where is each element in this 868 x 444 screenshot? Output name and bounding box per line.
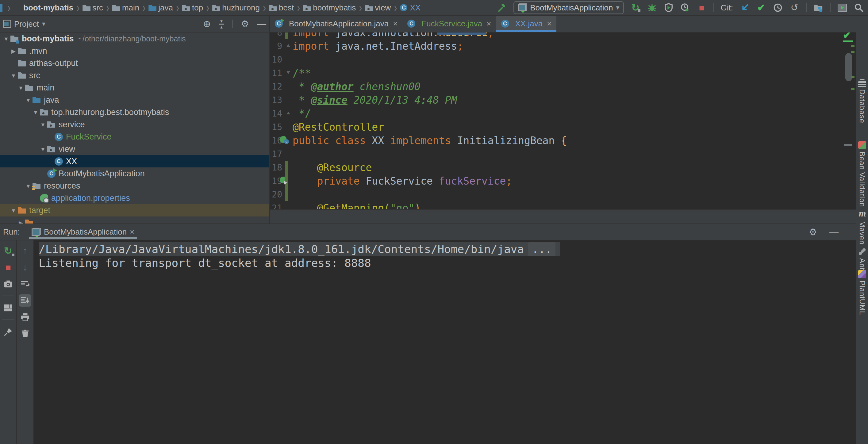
hide-panel-icon[interactable]: — [829,227,839,237]
clear-all-icon[interactable] [19,327,31,340]
debug-button[interactable] [647,3,657,12]
console-line[interactable]: /Library/Java/JavaVirtualMachines/jdk1.8… [39,242,560,256]
breadcrumb-item[interactable]: › top [173,2,203,13]
pin-icon[interactable] [2,326,14,338]
gutter[interactable] [282,174,291,188]
tree-expand-arrow[interactable] [2,35,10,43]
gutter[interactable] [282,201,291,209]
profiler-button[interactable] [680,3,690,12]
rerun-button[interactable]: ↻ [630,3,641,12]
prev-occurrence-icon[interactable]: ↑ [19,245,31,257]
git-rollback-button[interactable]: ↺ [789,3,799,12]
breadcrumb-item[interactable]: › java [139,2,173,13]
code-line[interactable]: 12 * @author chenshun00 [270,80,856,93]
breadcrumb-item[interactable]: › XX [391,2,421,13]
hide-panel-icon[interactable]: — [257,19,266,29]
code-line[interactable]: 17 [270,147,856,161]
tree-row[interactable]: application.properties [0,192,269,204]
code-line[interactable]: 9 import java.net.InetAddress; [270,39,856,53]
code-line[interactable]: 18 @Resource [270,161,856,174]
gutter[interactable] [282,66,291,80]
stop-button[interactable]: ■ [697,3,707,12]
run-configuration-select[interactable]: BootMybatisApplication ▾ [514,1,624,14]
stripe-change-mark[interactable] [851,45,855,47]
tree-expand-arrow[interactable] [31,108,40,116]
next-occurrence-icon[interactable]: ↓ [19,261,31,274]
console-fold[interactable]: ... [528,242,555,256]
dump-threads-icon[interactable] [2,278,14,290]
tree-row[interactable]: arthas-output [0,57,269,69]
stop-button[interactable]: ■ [2,261,14,274]
search-everywhere-icon[interactable] [854,3,864,12]
tree-row[interactable]: src [0,69,269,82]
code-line[interactable]: 13 * @since 2020/1/13 4:48 PM [270,93,856,107]
tree-row[interactable]: FuckService [0,131,269,143]
gutter[interactable] [282,188,291,201]
tool-window-button[interactable]: Database [858,79,866,123]
editor-tab[interactable]: BootMybatisApplication.java × [270,15,402,32]
gutter[interactable] [282,93,291,107]
gutter[interactable] [282,80,291,93]
tree-expand-arrow[interactable] [9,207,18,214]
code-line[interactable]: 11 /** [270,66,856,80]
code-line[interactable]: 15 @RestController [270,120,856,134]
gutter[interactable] [282,107,291,120]
tree-row[interactable]: top.huzhurong.best.bootmybatis [0,106,269,118]
breadcrumb-item[interactable]: › boot-mybatis [4,2,73,13]
stripe-change-mark[interactable] [851,76,855,78]
tree-row[interactable]: resources [0,180,269,192]
gutter[interactable] [282,120,291,134]
scroll-to-end-icon[interactable] [19,294,31,307]
tree-row[interactable] [0,217,269,224]
gutter[interactable] [282,32,291,39]
code-line[interactable]: 20 [270,188,856,201]
run-tab[interactable]: BootMybatisApplication × [29,224,137,240]
code-line[interactable]: 10 [270,53,856,66]
project-panel-title[interactable]: Project [14,19,39,29]
restore-layout-icon[interactable] [2,302,14,314]
tree-row[interactable]: BootMybatisApplication [0,167,269,180]
git-update-button[interactable] [740,3,750,12]
editor-tab[interactable]: FuckService.java × [402,15,496,32]
gutter[interactable] [282,147,291,161]
gutter[interactable] [282,134,291,147]
tree-expand-arrow[interactable] [17,219,25,224]
git-commit-button[interactable]: ✔ [756,3,766,12]
tree-row[interactable]: java [0,94,269,106]
code-line[interactable]: 16 public class XX implements Initializi… [270,134,856,147]
stripe-change-mark[interactable] [851,51,855,53]
collapse-all-icon[interactable]: ▾▴ [219,19,224,29]
code-line[interactable]: 19 private FuckService fuckService; [270,174,856,188]
close-icon[interactable]: × [487,19,491,29]
tree-expand-arrow[interactable] [24,96,32,104]
build-hammer-icon[interactable] [497,3,507,12]
code-line[interactable]: 21 @GetMapping("go") [270,201,856,209]
gear-icon[interactable]: ⚙ [809,227,817,237]
tree-expand-arrow[interactable] [24,182,32,190]
gutter[interactable] [282,39,291,53]
breadcrumb-item[interactable]: › main [103,2,139,13]
console-line[interactable]: Listening for transport dt_socket at add… [39,256,375,270]
tool-window-button[interactable]: Ant [858,248,866,270]
tree-row[interactable]: XX [0,155,269,167]
tree-expand-arrow[interactable] [9,47,18,55]
tree-expand-arrow[interactable] [17,84,25,92]
tree-row[interactable]: main [0,82,269,94]
tool-window-button[interactable]: PlantUML [858,270,866,315]
project-structure-icon[interactable] [813,3,823,12]
tree-row[interactable]: view [0,143,269,155]
close-icon[interactable]: × [130,227,134,237]
breadcrumb-item[interactable]: › huzhurong [203,2,260,13]
chevron-down-icon[interactable]: ▾ [42,20,45,28]
close-icon[interactable]: × [393,19,398,29]
print-icon[interactable] [19,311,31,323]
code-editor[interactable]: 8 import javax.annotation.Resource; 9 im… [270,32,856,209]
tree-row[interactable]: service [0,118,269,131]
gutter[interactable] [282,53,291,66]
soft-wrap-icon[interactable] [19,278,31,290]
tree-row[interactable]: boot-mybatis ~/other/dianzhang/boot-myba… [0,32,269,45]
gear-icon[interactable]: ⚙ [241,19,249,29]
editor-tab[interactable]: XX.java × [496,15,557,32]
tool-window-button[interactable]: Maven [858,211,866,245]
gutter[interactable] [282,161,291,174]
